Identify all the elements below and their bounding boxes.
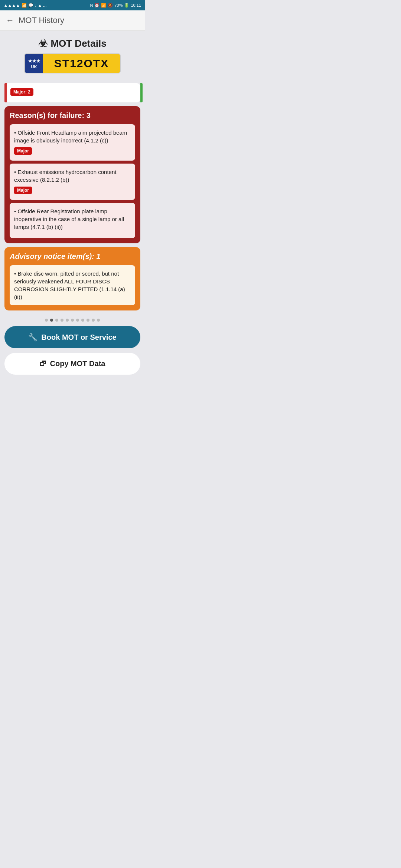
wifi-icon: 📶 <box>22 3 27 8</box>
whatsapp-icon: 💬 <box>28 3 33 8</box>
book-mot-label: Book MOT or Service <box>41 333 116 342</box>
hazard-icon: ☣ <box>38 37 48 50</box>
copy-mot-button[interactable]: 🗗 Copy MOT Data <box>4 353 140 375</box>
advisory-item: • Brake disc worn, pitted or scored, but… <box>10 265 135 305</box>
failure-item-text: • Offside Rear Registration plate lamp i… <box>14 207 131 231</box>
plate-number: ST12OTX <box>43 54 120 73</box>
pagination-dot[interactable] <box>50 319 53 322</box>
major-badge: Major: 2 <box>10 88 33 96</box>
pagination-dot[interactable] <box>61 319 63 322</box>
battery-icon: 🔋 <box>124 3 129 8</box>
copy-mot-label: Copy MOT Data <box>50 359 105 368</box>
wrench-icon: 🔧 <box>28 333 38 342</box>
pagination-dot[interactable] <box>55 319 58 322</box>
bluetooth-icon: 📶 <box>101 3 106 8</box>
major-badge-2: Major <box>14 187 32 194</box>
mot-details-title: ☣ MOT Details <box>6 37 139 50</box>
status-bar: ▲▲▲▲ 📶 💬 ↓ ▲ ... N ⏰ 📶 🔕 70% 🔋 18:11 <box>0 0 145 10</box>
advisory-item-text: • Brake disc worn, pitted or scored, but… <box>14 270 131 301</box>
advisory-section: Advisory notice item(s): 1 • Brake disc … <box>4 247 140 310</box>
pagination-dot[interactable] <box>97 319 100 322</box>
pagination-dot[interactable] <box>71 319 74 322</box>
main-content: Major: 2 Reason(s) for failure: 3 • Offs… <box>0 83 145 381</box>
failure-item: • Offside Front Headlamp aim projected b… <box>10 124 135 161</box>
number-plate: ★★★ UK ST12OTX <box>24 53 121 73</box>
failure-item-text: • Exhaust emissions hydrocarbon content … <box>14 168 131 184</box>
failure-item-text: • Offside Front Headlamp aim projected b… <box>14 129 131 144</box>
notification-icons: ↓ ▲ ... <box>35 3 47 7</box>
failure-title: Reason(s) for failure: 3 <box>10 111 135 120</box>
time: 18:11 <box>131 3 141 7</box>
pagination-dots <box>4 314 140 326</box>
left-strip-green <box>140 83 143 102</box>
battery-percent: 70% <box>114 3 123 7</box>
pagination-dot[interactable] <box>87 319 89 322</box>
pagination-dot[interactable] <box>45 319 48 322</box>
mute-icon: 🔕 <box>108 3 113 8</box>
uk-label: UK <box>31 65 37 69</box>
back-button[interactable]: ← <box>6 16 14 25</box>
pagination-dot[interactable] <box>92 319 95 322</box>
status-left: ▲▲▲▲ 📶 💬 ↓ ▲ ... <box>4 3 46 8</box>
major-badge-1: Major <box>14 147 32 155</box>
left-strip-red <box>4 83 7 102</box>
failure-section: Reason(s) for failure: 3 • Offside Front… <box>4 106 140 243</box>
pagination-dot[interactable] <box>81 319 84 322</box>
status-right: N ⏰ 📶 🔕 70% 🔋 18:11 <box>90 3 141 8</box>
pagination-dot[interactable] <box>66 319 69 322</box>
pagination-dot[interactable] <box>76 319 79 322</box>
plate-blue-section: ★★★ UK <box>25 54 43 73</box>
copy-icon: 🗗 <box>40 360 46 368</box>
signal-icon: ▲▲▲▲ <box>4 3 20 7</box>
book-mot-button[interactable]: 🔧 Book MOT or Service <box>4 326 140 348</box>
advisory-title: Advisory notice item(s): 1 <box>10 252 135 261</box>
mot-details-header: ☣ MOT Details ★★★ UK ST12OTX <box>0 31 145 83</box>
nfc-icon: N <box>90 3 93 7</box>
header: ← MOT History <box>0 10 145 31</box>
eu-stars: ★★★ <box>28 58 40 64</box>
failure-item: • Offside Rear Registration plate lamp i… <box>10 203 135 238</box>
failure-item: • Exhaust emissions hydrocarbon content … <box>10 164 135 200</box>
page-title: MOT History <box>19 16 64 25</box>
major-count-card: Major: 2 <box>4 83 140 102</box>
alarm-icon: ⏰ <box>94 3 100 8</box>
